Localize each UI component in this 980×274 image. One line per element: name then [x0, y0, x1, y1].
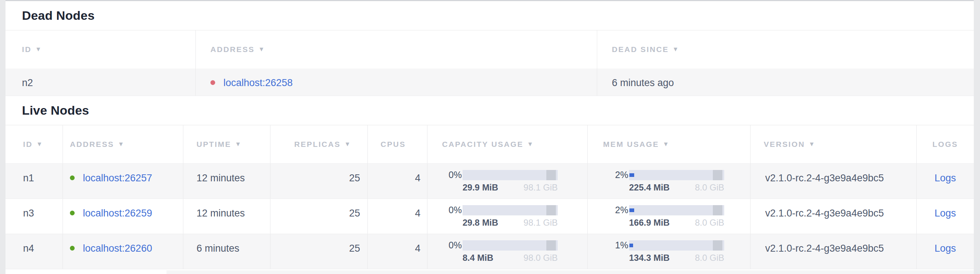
bar-reserved-segment: [713, 205, 722, 215]
live-node-version: v2.1.0-rc.2-4-g3e9a4e9bc5: [750, 164, 916, 199]
sort-desc-icon: ▼: [235, 141, 242, 148]
column-header-cpus[interactable]: CPUS: [368, 125, 427, 163]
live-node-row: n4 localhost:26260 6 minutes 25 4 0% 8.4…: [5, 234, 974, 269]
column-header-label: CPUS: [380, 140, 406, 149]
sort-desc-icon: ▼: [344, 141, 351, 148]
capacity-usage-cell: 0% 8.4 MiB 98.0 GiB: [427, 234, 587, 269]
live-node-row: n3 localhost:26259 12 minutes 25 4 0% 29…: [5, 199, 974, 234]
column-header-label: ID: [23, 140, 33, 149]
mem-usage-cell: 1% 134.3 MiB 8.0 GiB: [587, 234, 750, 269]
capacity-total-value: 98.0 GiB: [523, 253, 558, 263]
column-header-capacity-usage[interactable]: CAPACITY USAGE ▼: [427, 125, 587, 163]
mem-used-value: 225.4 MiB: [629, 182, 670, 193]
logs-link[interactable]: Logs: [935, 243, 956, 254]
dead-node-status-icon: [210, 80, 215, 85]
live-node-cpus: 4: [368, 199, 427, 234]
live-node-address-link[interactable]: localhost:26257: [83, 172, 152, 183]
logs-link[interactable]: Logs: [935, 172, 956, 183]
column-header-address[interactable]: ADDRESS ▼: [62, 125, 183, 163]
sort-desc-icon: ▼: [35, 46, 42, 53]
column-header-logs: LOGS: [916, 125, 974, 163]
live-node-logs-cell: Logs: [916, 199, 974, 234]
dead-node-address-cell: localhost:26258: [196, 68, 597, 96]
column-header-dead-address[interactable]: ADDRESS ▼: [196, 30, 597, 68]
column-header-uptime[interactable]: UPTIME ▼: [183, 125, 270, 163]
capacity-usage-bar: [463, 205, 558, 215]
column-header-replicas[interactable]: REPLICAS ▼: [270, 125, 368, 163]
next-section-peek: [167, 270, 974, 274]
column-header-label: VERSION: [764, 140, 805, 149]
bar-reserved-segment: [546, 240, 556, 250]
live-node-status-icon: [70, 210, 75, 215]
live-nodes-title: Live Nodes: [22, 103, 89, 118]
live-nodes-table: ID ▼ ADDRESS ▼ UPTIME ▼ REPLICAS ▼ CPUS …: [5, 125, 974, 269]
column-header-label: ADDRESS: [70, 140, 114, 149]
dead-nodes-table: ID ▼ ADDRESS ▼ DEAD SINCE ▼ n2 localhost…: [5, 30, 974, 96]
capacity-total-value: 98.1 GiB: [523, 218, 558, 228]
sort-desc-icon: ▼: [663, 141, 670, 148]
live-node-row: n1 localhost:26257 12 minutes 25 4 0% 29…: [5, 164, 974, 199]
mem-used-value: 166.9 MiB: [629, 218, 670, 228]
live-node-address-link[interactable]: localhost:26260: [83, 243, 152, 254]
live-node-id: n4: [5, 234, 62, 269]
live-node-address-cell: localhost:26257: [62, 164, 183, 199]
column-header-label: CAPACITY USAGE: [442, 140, 523, 149]
capacity-percent: 0%: [444, 170, 462, 180]
live-node-address-link[interactable]: localhost:26259: [83, 208, 152, 219]
column-header-dead-since[interactable]: DEAD SINCE ▼: [597, 30, 974, 68]
bar-used-segment: [629, 244, 633, 247]
column-header-id[interactable]: ID ▼: [5, 125, 62, 163]
live-node-id: n1: [5, 164, 62, 199]
dead-nodes-section-heading: Dead Nodes: [5, 1, 974, 30]
column-header-mem-usage[interactable]: MEM USAGE ▼: [587, 125, 750, 163]
sort-desc-icon: ▼: [527, 141, 534, 148]
sort-desc-icon: ▼: [118, 141, 125, 148]
bar-reserved-segment: [713, 240, 722, 250]
live-node-version: v2.1.0-rc.2-4-g3e9a4e9bc5: [750, 234, 916, 269]
dead-node-id: n2: [5, 68, 196, 96]
mem-percent: 2%: [611, 205, 628, 215]
column-header-label: UPTIME: [197, 140, 231, 149]
capacity-usage-cell: 0% 29.9 MiB 98.1 GiB: [427, 164, 587, 199]
live-node-replicas: 25: [270, 234, 368, 269]
live-node-status-icon: [70, 175, 75, 180]
dead-nodes-title: Dead Nodes: [22, 8, 95, 23]
capacity-usage-cell: 0% 29.8 MiB 98.1 GiB: [427, 199, 587, 234]
live-node-replicas: 25: [270, 199, 368, 234]
mem-total-value: 8.0 GiB: [695, 253, 724, 263]
mem-total-value: 8.0 GiB: [695, 218, 724, 228]
live-nodes-header-row: ID ▼ ADDRESS ▼ UPTIME ▼ REPLICAS ▼ CPUS …: [5, 125, 974, 164]
column-header-label: MEM USAGE: [603, 140, 659, 149]
live-node-cpus: 4: [368, 164, 427, 199]
live-node-version: v2.1.0-rc.2-4-g3e9a4e9bc5: [750, 199, 916, 234]
capacity-used-value: 29.8 MiB: [463, 218, 498, 228]
column-header-version[interactable]: VERSION ▼: [750, 125, 916, 163]
mem-used-value: 134.3 MiB: [629, 253, 670, 263]
bar-reserved-segment: [546, 205, 556, 215]
mem-usage-cell: 2% 225.4 MiB 8.0 GiB: [587, 164, 750, 199]
mem-usage-bar: [629, 205, 724, 215]
bar-reserved-segment: [713, 170, 722, 180]
live-node-id: n3: [5, 199, 62, 234]
mem-total-value: 8.0 GiB: [695, 182, 724, 193]
sort-desc-icon: ▼: [258, 46, 265, 53]
live-node-logs-cell: Logs: [916, 234, 974, 269]
live-node-replicas: 25: [270, 164, 368, 199]
column-header-dead-id[interactable]: ID ▼: [5, 30, 196, 68]
mem-percent: 1%: [611, 240, 628, 250]
mem-usage-bar: [629, 240, 724, 250]
live-node-cpus: 4: [368, 234, 427, 269]
dead-node-row: n2 localhost:26258 6 minutes ago: [5, 68, 974, 96]
column-header-label: ADDRESS: [210, 45, 255, 54]
live-node-address-cell: localhost:26260: [62, 234, 183, 269]
nodes-overview-panel: Dead Nodes ID ▼ ADDRESS ▼ DEAD SINCE ▼ n…: [5, 0, 974, 274]
live-nodes-section-heading: Live Nodes: [5, 96, 974, 125]
bar-used-segment: [629, 209, 634, 212]
dead-node-address-link[interactable]: localhost:26258: [224, 77, 293, 88]
dead-nodes-header-row: ID ▼ ADDRESS ▼ DEAD SINCE ▼: [5, 30, 974, 68]
column-header-label: DEAD SINCE: [612, 45, 669, 54]
sort-desc-icon: ▼: [36, 141, 43, 148]
dead-node-dead-since: 6 minutes ago: [597, 68, 974, 96]
capacity-usage-bar: [463, 170, 558, 180]
logs-link[interactable]: Logs: [935, 208, 956, 219]
